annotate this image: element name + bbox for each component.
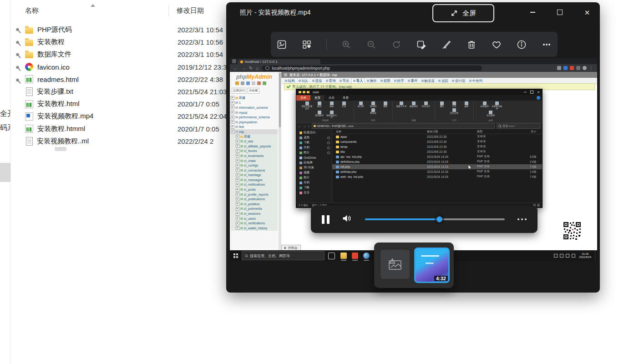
ribbon-button[interactable]: 全部取消选择 bbox=[491, 101, 502, 110]
recent-tables-select[interactable]: 近期访问 bbox=[232, 88, 246, 94]
scrollbar-thumb[interactable] bbox=[0, 163, 10, 182]
broken-image-thumbnail[interactable] bbox=[380, 250, 410, 279]
inner-file-row[interactable]: web_req_ind.php 2021/5/24 14:24 PHP 文件 7… bbox=[332, 174, 542, 179]
expander-icon[interactable] bbox=[236, 140, 239, 143]
fullscreen-button[interactable]: 全屏 bbox=[432, 4, 494, 22]
nav-item[interactable]: 快速访问 bbox=[296, 130, 332, 135]
inner-file-row[interactable]: api_req_ind.php 2021/5/24 14:24 PHP 文件 4… bbox=[332, 154, 542, 159]
nav-item[interactable]: 图片 bbox=[296, 175, 332, 180]
expander-icon[interactable] bbox=[236, 178, 239, 182]
ribbon-button[interactable]: 删除 bbox=[380, 101, 391, 108]
ribbon-button[interactable]: 打开 bbox=[449, 101, 460, 108]
file-row[interactable]: 安装教程.htmml 2020/1/7 0:05 bbox=[0, 123, 255, 135]
ribbon-button[interactable]: 粘贴快捷方式 bbox=[326, 111, 337, 119]
file-row[interactable]: readmes.html 2022/2/22 4:38 bbox=[0, 73, 255, 86]
tree-item[interactable]: cl_users bbox=[231, 216, 278, 221]
browser-menu-icon[interactable]: ⋮ bbox=[589, 66, 593, 71]
extension-icon[interactable] bbox=[576, 66, 580, 70]
inner-file-row[interactable]: definitions.php 2021/5/24 14:24 PHP 文件 2… bbox=[332, 159, 542, 164]
inner-file-row[interactable]: settings.php 2021/5/24 14:33 PHP 文件 1 KB bbox=[332, 169, 542, 174]
nav-item[interactable]: 此电脑 bbox=[296, 160, 332, 165]
column-header-date[interactable]: 修改日期 bbox=[177, 6, 204, 15]
favorite-icon[interactable] bbox=[491, 39, 502, 50]
show-desktop-button[interactable] bbox=[595, 250, 597, 261]
ribbon-button[interactable]: 新建项目 bbox=[408, 101, 420, 108]
search-box[interactable]: 搜索"core" bbox=[497, 123, 540, 129]
extension-icon[interactable] bbox=[570, 66, 574, 70]
tree-item[interactable]: cl_chats bbox=[231, 158, 278, 163]
column-divider[interactable] bbox=[168, 5, 169, 16]
profile-icon[interactable] bbox=[583, 66, 587, 70]
tree-item[interactable]: cl_connections bbox=[231, 168, 278, 173]
start-button[interactable] bbox=[230, 250, 242, 261]
close-button[interactable]: ✕ bbox=[578, 5, 597, 20]
nav-item[interactable]: OneDrive bbox=[296, 155, 332, 160]
tree-item[interactable]: vsp bbox=[231, 129, 278, 134]
seek-bar[interactable] bbox=[365, 218, 505, 220]
expander-icon[interactable] bbox=[236, 154, 239, 157]
nav-item[interactable]: 3D 对象 bbox=[296, 165, 332, 170]
expander-icon[interactable] bbox=[236, 212, 239, 216]
volume-button[interactable] bbox=[342, 214, 352, 225]
extension-icon[interactable] bbox=[563, 66, 568, 70]
view-all-photos-icon[interactable] bbox=[276, 39, 287, 50]
expander-icon[interactable] bbox=[236, 135, 239, 138]
file-row[interactable]: favicon.ico 2019/12/12 23:38 bbox=[0, 61, 255, 73]
taskbar-clock[interactable]: 21:29 2021/5/24 bbox=[579, 253, 591, 259]
pma-console-tab[interactable]: 控制台 bbox=[281, 245, 301, 250]
file-row[interactable]: 安装视频教程.mp4 2021/5/24 22:04 bbox=[0, 110, 255, 122]
app-taskbar-icon[interactable] bbox=[352, 253, 358, 259]
expander-icon[interactable] bbox=[236, 188, 239, 192]
docs-icon[interactable] bbox=[252, 81, 255, 85]
tree-item[interactable]: cl_messages bbox=[231, 177, 278, 182]
site-info-icon[interactable] bbox=[265, 66, 269, 70]
ribbon-button[interactable]: 轻松访问 bbox=[421, 101, 432, 108]
expander-icon[interactable] bbox=[231, 125, 234, 129]
maximize-icon[interactable] bbox=[530, 91, 533, 94]
home-icon[interactable] bbox=[235, 81, 239, 85]
tree-item[interactable]: cl_wallet_history bbox=[231, 226, 278, 231]
ribbon-button[interactable]: 反向选择 bbox=[485, 111, 497, 117]
expander-icon[interactable] bbox=[236, 197, 239, 201]
col-type[interactable]: 类型 bbox=[477, 130, 513, 134]
expander-icon[interactable] bbox=[236, 149, 239, 153]
file-row[interactable]: 安装视频教程..ml 2022/2/24 2 bbox=[0, 135, 255, 147]
tree-item[interactable]: 1 bbox=[231, 101, 278, 106]
expander-icon[interactable] bbox=[236, 168, 239, 172]
file-row[interactable]: 安装教程.html 2020/1/7 0:05 bbox=[0, 98, 255, 110]
expander-icon[interactable] bbox=[231, 130, 234, 133]
tree-item[interactable]: cl_hashtags bbox=[231, 173, 278, 178]
tree-item[interactable]: cl_affiliate_payouts bbox=[231, 144, 278, 149]
ribbon-button[interactable]: 新建文件夹 bbox=[396, 101, 407, 108]
edit-image-icon[interactable] bbox=[416, 39, 427, 50]
close-icon[interactable]: ✕ bbox=[537, 91, 540, 94]
ribbon-button[interactable]: 移动到 bbox=[355, 101, 367, 108]
col-name[interactable]: 名称 bbox=[332, 130, 427, 134]
inner-file-row[interactable]: apps 2021/5/5 22:30 文件夹 bbox=[332, 134, 542, 139]
expander-icon[interactable] bbox=[231, 116, 234, 119]
expander-icon[interactable] bbox=[236, 202, 239, 206]
ribbon-button[interactable]: 复制 bbox=[314, 101, 325, 110]
tree-item[interactable]: cl_posts bbox=[231, 187, 278, 192]
tree-item[interactable]: cl_bookmarks bbox=[231, 153, 278, 158]
minimize-icon[interactable] bbox=[524, 92, 527, 92]
taskbar-search[interactable]: 搜索应用、文档、网页等 bbox=[242, 251, 325, 260]
tree-item[interactable]: cl_notifications bbox=[231, 182, 278, 187]
app-taskbar-icon[interactable] bbox=[363, 253, 370, 259]
video-thumbnail-selected[interactable]: 4:32 bbox=[414, 248, 450, 283]
draw-icon[interactable] bbox=[441, 39, 452, 50]
tab-home[interactable]: 主页 bbox=[310, 95, 325, 101]
tree-item[interactable]: performance_schema bbox=[231, 115, 278, 120]
quick-access-icon[interactable] bbox=[307, 91, 309, 93]
tree-item[interactable]: cl_sessions bbox=[231, 211, 278, 216]
col-size[interactable]: 大小 bbox=[513, 130, 536, 134]
tree-item[interactable]: cl_profile_reports bbox=[231, 192, 278, 197]
tree-item[interactable]: 新建 bbox=[231, 96, 278, 101]
file-row[interactable]: 安装步骤.txt 2021/5/24 21:03 bbox=[0, 86, 255, 98]
maximize-button[interactable] bbox=[550, 5, 569, 20]
rotate-icon[interactable] bbox=[391, 39, 402, 50]
up-icon[interactable]: ↑ bbox=[308, 125, 310, 128]
seek-bar-fill[interactable] bbox=[365, 218, 439, 220]
expander-icon[interactable] bbox=[231, 120, 234, 124]
column-header-name[interactable]: 名称 bbox=[25, 6, 39, 15]
